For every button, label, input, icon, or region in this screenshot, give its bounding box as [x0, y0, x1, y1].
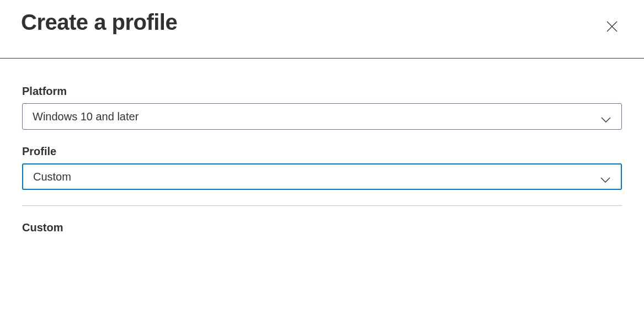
chevron-down-icon [600, 113, 611, 120]
platform-label: Platform [22, 85, 622, 98]
close-button[interactable] [601, 15, 623, 39]
section-heading: Custom [22, 221, 622, 234]
panel-header: Create a profile [0, 0, 644, 59]
profile-field: Profile Custom [22, 145, 622, 190]
section-divider [22, 205, 622, 206]
platform-field: Platform Windows 10 and later [22, 85, 622, 130]
profile-dropdown-value: Custom [33, 171, 71, 183]
create-profile-panel: Create a profile Platform Windows 10 and… [0, 0, 644, 313]
platform-dropdown[interactable]: Windows 10 and later [22, 103, 622, 130]
close-icon [605, 20, 619, 35]
panel-title: Create a profile [21, 10, 177, 35]
profile-dropdown[interactable]: Custom [22, 163, 622, 190]
panel-content: Platform Windows 10 and later Profile Cu… [0, 59, 644, 234]
platform-dropdown-value: Windows 10 and later [33, 110, 139, 123]
chevron-down-icon [600, 173, 611, 180]
profile-label: Profile [22, 145, 622, 158]
